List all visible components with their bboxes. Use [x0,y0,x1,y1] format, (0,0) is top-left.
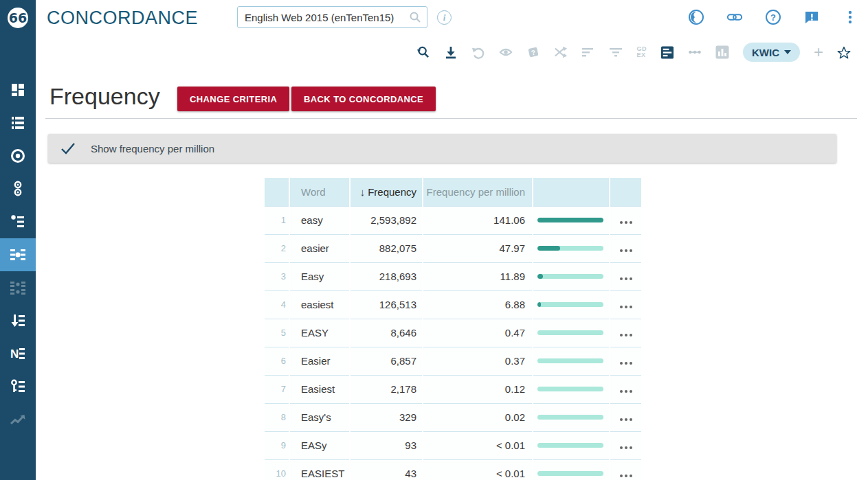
eye-icon [499,45,513,59]
row-menu-icon [620,221,632,224]
random-sample-button[interactable]: ? [526,45,540,60]
sidebar-item-trends[interactable] [0,403,36,436]
results-toolbar: ? GD EX [416,43,851,62]
shuffle-button[interactable] [554,45,568,60]
feedback-button[interactable] [803,9,820,25]
sidebar-item-sort[interactable] [0,304,36,337]
row-menu-button[interactable] [610,319,641,347]
charts-button[interactable] [715,45,729,60]
row-bar-cell [533,347,610,375]
checkmark-icon [60,142,76,155]
row-frequency: 329 [350,403,423,431]
row-fpm: < 0.01 [423,431,533,459]
row-word[interactable]: Easiest [289,375,350,403]
row-menu-button[interactable] [610,403,641,431]
row-bar-cell [533,234,610,262]
sidebar-item-frequency[interactable] [0,238,36,271]
overflow-menu-button[interactable] [842,9,858,25]
sidebar-item-concordance[interactable] [0,139,36,172]
info-icon: i [443,12,446,23]
row-bar-cell [533,319,610,347]
row-word[interactable]: Easy [289,262,350,290]
sort-desc-arrow-icon: ↓ [360,186,366,198]
row-word[interactable]: Easy's [289,403,350,431]
row-word[interactable]: easier [289,234,350,262]
sidebar-item-ngrams[interactable]: N [0,337,36,370]
column-header-frequency[interactable]: ↓Frequency [350,178,423,206]
table-row: 7Easiest2,1780.12 [265,375,641,403]
row-fpm: 0.02 [423,403,533,431]
row-frequency: 93 [350,431,423,459]
fpm-bar-track [537,302,603,307]
permalink-button[interactable] [726,9,743,25]
favorite-button[interactable] [837,45,851,60]
row-menu-icon [620,306,632,308]
feedback-icon [803,9,820,25]
download-button[interactable] [444,45,458,60]
row-frequency: 126,513 [350,290,423,319]
corpus-info-button[interactable]: i [437,10,452,25]
row-fpm: 11.89 [423,262,533,290]
change-criteria-button[interactable]: CHANGE CRITERIA [177,87,289,111]
fpm-bar-track [537,274,603,279]
row-menu-button[interactable] [610,234,641,262]
row-menu-button[interactable] [610,459,641,480]
page-title: CONCORDANCE [47,8,198,29]
filter-button[interactable] [609,45,623,60]
view-options-button[interactable] [499,45,513,60]
sidebar-item-text-types-distribution[interactable] [0,271,36,304]
undo-button[interactable] [471,45,485,60]
fpm-bar-track [537,471,603,476]
more-options-button[interactable] [688,45,702,60]
row-word[interactable]: EASy [289,431,350,459]
add-tab-button[interactable]: + [814,45,823,59]
sidebar-item-keywords[interactable] [0,370,36,403]
frequency-table: Word ↓Frequency Frequency per million 1e… [265,178,641,480]
row-word[interactable]: easiest [289,290,350,319]
row-menu-button[interactable] [610,347,641,375]
row-word[interactable]: easy [289,206,350,234]
parallel-concordance-icon [10,181,25,197]
sidebar-item-parallel-concordance[interactable] [0,172,36,205]
heading-divider [45,118,857,119]
link-icon [726,8,743,26]
row-rank: 10 [265,459,289,480]
fpm-bar-track [537,330,603,335]
sidebar-item-dashboard[interactable] [0,73,36,106]
back-to-concordance-button[interactable]: BACK TO CONCORDANCE [291,87,436,111]
row-frequency: 882,075 [350,234,423,262]
kwic-view-dropdown[interactable]: KWIC [743,43,800,62]
text-view-button[interactable] [660,45,674,60]
row-menu-button[interactable] [610,206,641,234]
row-word[interactable]: EASY [289,319,350,347]
fpm-bar-track [537,387,603,391]
column-header-fpm[interactable]: Frequency per million [423,178,533,206]
row-menu-button[interactable] [610,431,641,459]
fpm-bar-fill [537,274,543,279]
show-fpm-toggle[interactable]: Show frequency per million [48,134,836,163]
sidebar-item-wordlist[interactable] [0,205,36,238]
row-menu-button[interactable] [610,262,641,290]
row-menu-icon [620,362,632,365]
sidebar-item-corpora[interactable] [0,106,36,139]
contrast-toggle-button[interactable] [688,9,704,25]
row-menu-button[interactable] [610,290,641,319]
row-rank: 3 [265,262,289,290]
table-row: 2easier882,07547.97 [265,234,641,262]
search-again-button[interactable] [416,45,430,60]
column-header-word[interactable]: Word [289,178,350,206]
row-menu-button[interactable] [610,375,641,403]
corpus-selector[interactable]: English Web 2015 (enTenTen15) [237,6,427,28]
dashboard-icon [10,82,25,98]
row-word[interactable]: EASIEST [289,459,350,480]
gdex-button[interactable]: GD EX [636,46,647,58]
column-header-rank [265,178,289,206]
app-logo[interactable]: 66 [0,0,36,36]
row-fpm: 141.06 [423,206,533,234]
help-button[interactable]: ? [765,9,781,25]
row-word[interactable]: Easier [289,347,350,375]
search-again-icon [416,45,430,60]
search-icon [409,11,421,23]
shuffle-icon [554,45,568,59]
sort-lines-button[interactable] [581,45,595,60]
